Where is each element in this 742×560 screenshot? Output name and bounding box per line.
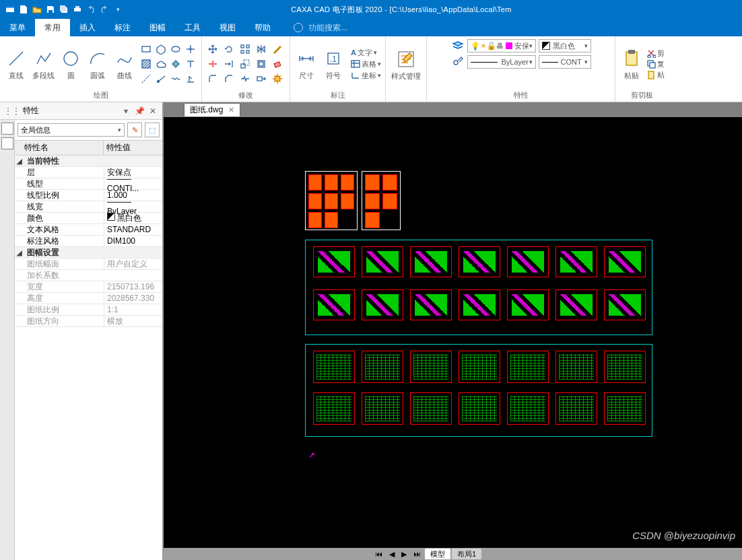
prop-row[interactable]: 线宽——— ByLayer [15, 201, 162, 213]
hatch-icon[interactable] [139, 57, 153, 71]
circle-button[interactable]: 圆 [59, 48, 83, 81]
ribbon-search[interactable]: 功能搜索... [280, 19, 347, 36]
fill-icon[interactable] [169, 57, 182, 71]
new-icon[interactable] [19, 5, 28, 14]
prop-row[interactable]: 标注风格DIM100 [15, 236, 162, 247]
coord-button[interactable]: 坐标▾ [351, 71, 381, 81]
scale-icon[interactable] [238, 57, 252, 71]
match-properties-icon[interactable] [451, 55, 465, 69]
linetype-combo[interactable]: ByLayer▾ [467, 55, 536, 69]
spline-button[interactable]: 曲线 [112, 48, 137, 81]
wave-icon[interactable] [169, 72, 182, 85]
dimension-button[interactable]: 尺寸 [294, 48, 318, 81]
style-manage-button[interactable]: 样式管理 [390, 48, 422, 81]
array-icon[interactable] [238, 42, 252, 56]
copy-button[interactable]: 复 [646, 59, 665, 69]
polygon-icon[interactable] [154, 42, 168, 56]
model-tab[interactable]: 模型 [425, 549, 450, 559]
drawing-thumb-icon [604, 246, 646, 277]
chamfer-icon[interactable] [222, 72, 236, 85]
line-button[interactable]: 直线 [4, 48, 28, 81]
first-tab-icon[interactable]: ⏮ [372, 550, 385, 558]
break-icon[interactable] [238, 72, 252, 85]
prop-row[interactable]: 线型——— CONTI... [15, 178, 162, 190]
tab-frame[interactable]: 图幅 [140, 19, 175, 36]
document-tab[interactable]: 图纸.dwg ✕ [184, 103, 240, 116]
undo-icon[interactable] [86, 5, 96, 14]
prop-section[interactable]: ◢图幅设置 [15, 247, 162, 258]
arc-button[interactable]: 圆弧 [86, 48, 110, 81]
select-button[interactable]: ⬚ [145, 123, 160, 137]
redo-icon[interactable] [100, 5, 109, 14]
construction-line-icon[interactable] [139, 72, 153, 85]
last-tab-icon[interactable]: ⏭ [411, 550, 424, 558]
tab-insert[interactable]: 插入 [70, 19, 105, 36]
prev-tab-icon[interactable]: ◀ [386, 550, 397, 559]
polyline-button[interactable]: 多段线 [31, 48, 56, 81]
mirror-icon[interactable] [255, 42, 268, 56]
color-combo[interactable]: 黑白色▾ [539, 39, 591, 53]
linetype2-combo[interactable]: CONT▾ [539, 55, 591, 69]
prop-row[interactable]: 高度2028567.330 [15, 293, 162, 304]
trim-icon[interactable] [206, 57, 220, 71]
fillet-icon[interactable] [206, 72, 220, 85]
point-icon[interactable] [184, 42, 197, 56]
tab-help[interactable]: 帮助 [245, 19, 280, 36]
tab-menu[interactable]: 菜单 [0, 19, 35, 36]
svg-rect-14 [246, 50, 249, 53]
tab-common[interactable]: 常用 [35, 19, 70, 36]
layout-tab[interactable]: 布局1 [452, 549, 481, 559]
paste-button[interactable]: 粘贴 [619, 48, 644, 81]
prop-row[interactable]: 图纸幅面用户自定义 [15, 258, 162, 270]
open-icon[interactable] [32, 5, 42, 14]
prop-row[interactable]: 加长系数 [15, 270, 162, 281]
selection-combo[interactable]: 全局信息▾ [18, 123, 125, 137]
symbol-button[interactable]: .1符号 [321, 48, 345, 81]
prop-section[interactable]: ◢当前特性 [15, 155, 162, 167]
ellipse-icon[interactable] [169, 42, 182, 56]
save-all-icon[interactable] [59, 5, 69, 14]
cut-button[interactable]: 剪 [646, 48, 665, 59]
stretch-icon[interactable] [255, 72, 268, 85]
offset-icon[interactable] [255, 57, 268, 71]
text-icon[interactable] [184, 57, 197, 71]
rect-icon[interactable] [139, 42, 153, 56]
cloud-icon[interactable] [154, 57, 168, 71]
ray-icon[interactable] [154, 72, 168, 85]
text-button[interactable]: A文字▾ [351, 48, 381, 58]
tab-annotate[interactable]: 标注 [105, 19, 140, 36]
save-icon[interactable] [46, 5, 55, 14]
svg-rect-18 [259, 62, 263, 66]
more-draw-icon[interactable] [184, 72, 197, 85]
prop-row[interactable]: 文本风格STANDARD [15, 224, 162, 236]
erase-icon[interactable] [271, 57, 284, 71]
next-tab-icon[interactable]: ▶ [399, 550, 409, 559]
close-icon[interactable]: ✕ [147, 106, 158, 116]
rotate-icon[interactable] [222, 42, 236, 56]
drawing-canvas[interactable]: ↗ CSDN @biyezuopinvip [164, 117, 742, 548]
side-tab-2[interactable] [1, 137, 13, 149]
close-tab-icon[interactable]: ✕ [228, 106, 234, 114]
dropdown-icon[interactable]: ▾ [121, 106, 131, 116]
extend-icon[interactable] [222, 57, 236, 71]
prop-row[interactable]: 宽度2150713.196 [15, 281, 162, 293]
table-button[interactable]: 表格▾ [351, 59, 381, 69]
tab-tools[interactable]: 工具 [175, 19, 210, 36]
tab-view[interactable]: 视图 [210, 19, 245, 36]
group-label-modify: 修改 [238, 89, 253, 102]
side-tab-1[interactable] [1, 123, 13, 135]
qat-dropdown-icon[interactable]: ▾ [113, 5, 123, 14]
pin-icon[interactable]: 📌 [134, 106, 145, 116]
layer-properties-icon[interactable] [451, 39, 465, 53]
filter-button[interactable]: ✎ [127, 123, 142, 137]
move-icon[interactable] [206, 42, 220, 56]
layer-combo[interactable]: 💡 ☀ 🔓 🖶 安保▾ [467, 39, 536, 53]
print-icon[interactable] [73, 5, 82, 14]
explode-icon[interactable] [271, 72, 284, 85]
paste-special-button[interactable]: 粘 [646, 70, 665, 80]
brush-icon[interactable] [271, 42, 284, 56]
app-menu-icon[interactable] [5, 5, 15, 14]
prop-row[interactable]: 图纸比例1:1 [15, 304, 162, 316]
prop-row[interactable]: 颜色黑白色 [15, 213, 162, 224]
prop-row[interactable]: 图纸方向横放 [15, 316, 162, 327]
